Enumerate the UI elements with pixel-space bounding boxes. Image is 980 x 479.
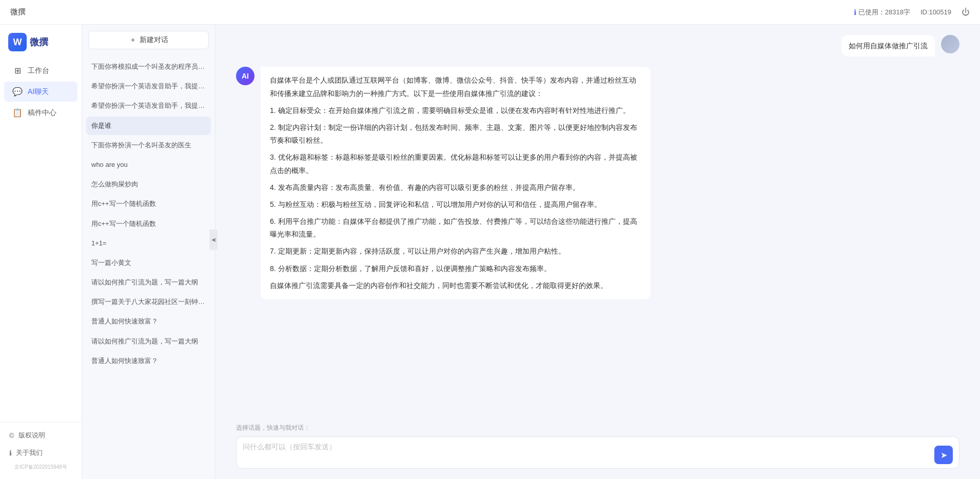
plus-icon: ＋	[129, 35, 136, 45]
user-avatar-image	[941, 35, 959, 53]
topbar-right: ℹ 已使用：28318字 ID:100519 ⏻	[854, 8, 970, 17]
chat-item[interactable]: 用c++写一个随机函数	[86, 215, 211, 233]
collapse-button[interactable]: ◀	[209, 229, 218, 250]
new-chat-label: 新建对话	[140, 35, 168, 45]
chat-item[interactable]: 撰写一篇关于八大家花园社区一刻钟便民生...	[86, 293, 211, 311]
chat-item[interactable]: 普通人如何快速致富？	[86, 312, 211, 331]
chat-item[interactable]: 普通人如何快速致富？	[86, 352, 211, 370]
chat-item[interactable]: 请以如何推广引流为题，写一篇大纲	[86, 273, 211, 292]
chat-item[interactable]: 用c++写一个随机函数	[86, 195, 211, 213]
usage-label: 已使用：28318字	[858, 8, 910, 17]
ai-para-7: 7. 定期更新：定期更新内容，保持活跃度，可以让用户对你的内容产生兴趣，增加用户…	[270, 245, 641, 258]
sidebar-label-aichat: AI聊天	[28, 87, 49, 97]
chat-item[interactable]: who are you	[86, 156, 211, 174]
ai-para-5: 5. 与粉丝互动：积极与粉丝互动，回复评论和私信，可以增加用户对你的认可和信任，…	[270, 198, 641, 211]
input-wrapper: ➤	[236, 436, 959, 469]
chat-list: 下面你将模拟成一个叫圣友的程序员，我说... 希望你扮演一个英语发音助手，我提供…	[82, 55, 215, 479]
chat-item[interactable]: 请以如何推广引流为题，写一篇大纲	[86, 332, 211, 351]
workspace-icon: ⊞	[12, 66, 23, 75]
chat-input-area: 选择话题，快速与我对话： ➤	[215, 424, 980, 479]
chat-input[interactable]	[243, 441, 930, 464]
user-message-row: 如何用自媒体做推广引流	[236, 35, 959, 56]
chat-item[interactable]: 写一篇小黄文	[86, 254, 211, 272]
power-button[interactable]: ⏻	[962, 8, 970, 17]
new-chat-button[interactable]: ＋ 新建对话	[88, 31, 209, 49]
logo: W 微撰	[0, 25, 82, 55]
chat-list-panel: ＋ 新建对话 下面你将模拟成一个叫圣友的程序员，我说... 希望你扮演一个英语发…	[82, 25, 215, 479]
chat-item[interactable]: 1+1=	[86, 234, 211, 253]
about-icon: ℹ	[9, 449, 12, 457]
user-message-text: 如何用自媒体做推广引流	[849, 42, 928, 50]
chat-item[interactable]: 下面你将扮演一个名叫圣友的医生	[86, 136, 211, 155]
logo-text: 微撰	[30, 36, 48, 48]
ai-para-1: 1. 确定目标受众：在开始自媒体推广引流之前，需要明确目标受众是谁，以便在发布内…	[270, 104, 641, 117]
info-icon: ℹ	[854, 8, 856, 16]
ai-para-6: 6. 利用平台推广功能：自媒体平台都提供了推广功能，如广告投放、付费推广等，可以…	[270, 215, 641, 241]
sidebar-nav: ⊞ 工作台 💬 AI聊天 📋 稿件中心	[0, 55, 82, 422]
chat-item[interactable]: 希望你扮演一个英语发音助手，我提供给你...	[86, 97, 211, 115]
drafts-icon: 📋	[12, 108, 23, 118]
topbar-title: 微撰	[10, 7, 26, 17]
chat-item[interactable]: 希望你扮演一个英语发音助手，我提供给你...	[86, 77, 211, 95]
ai-para-4: 4. 发布高质量内容：发布高质量、有价值、有趣的内容可以吸引更多的粉丝，并提高用…	[270, 181, 641, 194]
topbar: 微撰 ℹ 已使用：28318字 ID:100519 ⏻	[0, 0, 980, 25]
sidebar-about[interactable]: ℹ 关于我们	[4, 444, 77, 462]
sidebar-label-workspace: 工作台	[28, 66, 49, 75]
send-button[interactable]: ➤	[934, 446, 953, 464]
copyright-label: 版权说明	[18, 431, 45, 440]
aichat-icon: 💬	[12, 87, 23, 97]
send-icon: ➤	[940, 450, 947, 460]
logo-icon: W	[8, 33, 27, 51]
id-label: ID:100519	[920, 8, 951, 16]
ai-para-3: 3. 优化标题和标签：标题和标签是吸引粉丝的重要因素。优化标题和标签可以让更多的…	[270, 151, 641, 177]
sidebar-copyright[interactable]: © 版权说明	[4, 427, 77, 444]
sidebar-item-workspace[interactable]: ⊞ 工作台	[4, 61, 77, 81]
quick-topics-label: 选择话题，快速与我对话：	[236, 424, 959, 432]
chat-item[interactable]: 下面你将模拟成一个叫圣友的程序员，我说...	[86, 58, 211, 76]
chat-main: 如何用自媒体做推广引流 AI 自媒体平台是个人或团队通过互联网平台（如博客、微博…	[215, 25, 980, 479]
sidebar-item-drafts[interactable]: 📋 稿件中心	[4, 103, 77, 123]
ai-para-0: 自媒体平台是个人或团队通过互联网平台（如博客、微博、微信公众号、抖音、快手等）发…	[270, 74, 641, 100]
sidebar-bottom: © 版权说明 ℹ 关于我们 京ICP备2022015948号	[0, 422, 82, 479]
sidebar-label-drafts: 稿件中心	[28, 108, 56, 118]
ai-para-8: 8. 分析数据：定期分析数据，了解用户反馈和喜好，以便调整推广策略和内容发布频率…	[270, 262, 641, 275]
user-message-bubble: 如何用自媒体做推广引流	[841, 35, 935, 56]
ai-para-9: 自媒体推广引流需要具备一定的内容创作和社交能力，同时也需要不断尝试和优化，才能取…	[270, 279, 641, 292]
ai-message-bubble: 自媒体平台是个人或团队通过互联网平台（如博客、微博、微信公众号、抖音、快手等）发…	[261, 67, 651, 299]
sidebar-item-aichat[interactable]: 💬 AI聊天	[4, 82, 77, 102]
ai-message-row: AI 自媒体平台是个人或团队通过互联网平台（如博客、微博、微信公众号、抖音、快手…	[236, 67, 959, 299]
ai-para-2: 2. 制定内容计划：制定一份详细的内容计划，包括发布时间、频率、主题、文案、图片…	[270, 121, 641, 147]
chat-messages: 如何用自媒体做推广引流 AI 自媒体平台是个人或团队通过互联网平台（如博客、微博…	[215, 25, 980, 424]
icp-text: 京ICP备2022015948号	[4, 462, 77, 475]
sidebar: W 微撰 ⊞ 工作台 💬 AI聊天 📋 稿件中心 © 版权说明 ℹ 关于我们 京…	[0, 25, 82, 479]
usage-info: ℹ 已使用：28318字	[854, 8, 910, 17]
copyright-icon: ©	[9, 432, 14, 439]
chat-item-active[interactable]: 你是谁	[86, 117, 211, 135]
about-label: 关于我们	[16, 448, 43, 457]
avatar	[941, 35, 959, 53]
ai-avatar: AI	[236, 67, 254, 85]
chat-item[interactable]: 怎么做狗屎炒肉	[86, 175, 211, 194]
